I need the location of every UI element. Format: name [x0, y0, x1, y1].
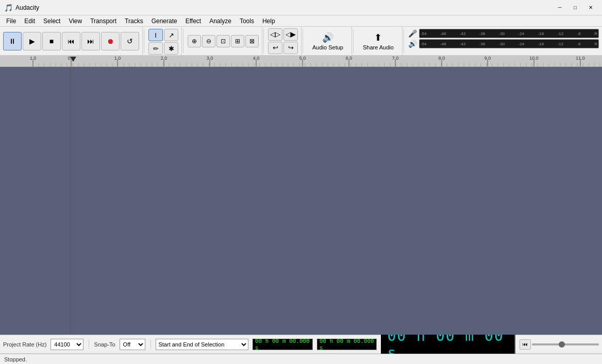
minimize-button[interactable]: ─ [553, 3, 567, 13]
vu-meter-section: 🎤 -54-48-42-36-30-24-18-12-6R 🔊 -54-48-4… [405, 27, 602, 55]
silence-button[interactable]: ◁▶ [283, 28, 298, 41]
bottom-sep-1 [89, 339, 89, 349]
playback-speed-slider[interactable] [532, 343, 599, 345]
audio-setup-section: 🔊 Audio Setup [304, 27, 352, 55]
time-display-2: 00 h 00 m 00.000 s [317, 339, 377, 350]
envelope-tool-button[interactable]: ↗ [164, 29, 178, 41]
menu-generate[interactable]: Generate [147, 16, 181, 26]
playhead-line [70, 67, 71, 335]
project-rate-select[interactable]: 44100 8000 11025 16000 22050 48000 88200… [51, 339, 83, 350]
svg-text:1.0: 1.0 [30, 56, 37, 61]
ruler-svg: 1.00.01.02.03.04.05.06.07.08.09.010.011.… [0, 56, 602, 66]
menu-tools[interactable]: Tools [236, 16, 258, 26]
window-controls: ─ □ ✕ [553, 3, 598, 13]
menu-effect[interactable]: Effect [181, 16, 205, 26]
menu-analyze[interactable]: Analyze [205, 16, 236, 26]
svg-text:2.0: 2.0 [161, 56, 168, 61]
tool-row-top: I ↗ [148, 29, 178, 41]
multi-tool-button[interactable]: ✱ [164, 42, 178, 55]
timeline-ruler[interactable]: 1.00.01.02.03.04.05.06.07.08.09.010.011.… [0, 56, 602, 67]
time-display-1: 00 h 00 m 00.000 s [253, 339, 313, 350]
view-controls: ⊕ ⊖ ⊡ ⊞ ⊠ [185, 27, 262, 55]
record-meter-row: 🎤 -54-48-42-36-30-24-18-12-6R [408, 29, 599, 38]
svg-text:4.0: 4.0 [253, 56, 260, 61]
redo-button[interactable]: ↪ [283, 42, 298, 54]
toolbar-area: ⏸ ▶ ■ ⏮ ⏭ ⏺ ↺ I ↗ ✏ ✱ ⊕ ⊖ ⊡ ⊞ ⊠ ◁▷ ◁▶ [0, 27, 602, 56]
record-meter-labels: -54-48-42-36-30-24-18-12-6R [420, 31, 598, 36]
selection-mode-select[interactable]: Start and End of Selection Start and Len… [156, 339, 248, 350]
bottom-area: Project Rate (Hz) 44100 8000 11025 16000… [0, 335, 602, 354]
audio-setup-icon: 🔊 [322, 32, 333, 43]
project-rate-label: Project Rate (Hz) [3, 341, 46, 348]
audio-setup-label: Audio Setup [312, 44, 343, 50]
trim-button[interactable]: ◁▷ [268, 28, 282, 41]
fit-proj-button[interactable]: ⊞ [231, 35, 244, 47]
zoom-out-button[interactable]: ⊖ [202, 35, 215, 47]
tool-controls: I ↗ ✏ ✱ [145, 27, 182, 55]
edit-row-top: ◁▷ ◁▶ [268, 28, 298, 41]
playback-speed-controls: ⏮ [520, 339, 599, 350]
share-audio-icon: ⬆ [374, 32, 382, 43]
play-meter-row: 🔊 -54-48-42-36-30-24-18-12-6R [408, 39, 599, 48]
edit-controls: ◁▷ ◁▶ ↩ ↪ [265, 27, 302, 55]
slider-track [532, 343, 599, 345]
playhead[interactable] [70, 57, 76, 62]
draw-tool-button[interactable]: ✏ [148, 42, 163, 55]
undo-button[interactable]: ↩ [268, 42, 282, 54]
record-meter-icon[interactable]: 🎤 [408, 29, 417, 38]
separator-1 [144, 29, 144, 53]
bottom-controls-row: Project Rate (Hz) 44100 8000 11025 16000… [0, 335, 602, 354]
separator-4 [303, 29, 303, 53]
snap-to-select[interactable]: Off Nearest Prior [120, 339, 145, 350]
record-button[interactable]: ⏺ [101, 32, 120, 50]
share-audio-label: Share Audio [363, 44, 394, 50]
play-meter-bar[interactable]: -54-48-42-36-30-24-18-12-6R [419, 39, 599, 48]
play-button[interactable]: ▶ [23, 32, 41, 50]
stop-button[interactable]: ■ [42, 32, 61, 50]
audio-setup-button[interactable]: 🔊 Audio Setup [308, 30, 347, 53]
menu-view[interactable]: View [64, 16, 86, 26]
selection-tool-button[interactable]: I [148, 29, 163, 41]
separator-6 [404, 29, 404, 53]
track-area[interactable] [0, 67, 602, 335]
skip-back-button[interactable]: ⏮ [62, 32, 80, 50]
svg-text:11.0: 11.0 [576, 56, 585, 61]
separator-3 [263, 29, 264, 53]
menu-edit[interactable]: Edit [20, 16, 39, 26]
svg-text:9.0: 9.0 [484, 56, 491, 61]
loop-button[interactable]: ↺ [121, 32, 139, 50]
svg-text:8.0: 8.0 [439, 56, 445, 61]
play-meter-icon[interactable]: 🔊 [408, 40, 417, 48]
svg-text:3.0: 3.0 [207, 56, 213, 61]
maximize-button[interactable]: □ [568, 3, 582, 13]
app-icon: 🎵 [4, 4, 12, 12]
pause-button[interactable]: ⏸ [3, 32, 22, 50]
play-meter-labels: -54-48-42-36-30-24-18-12-6R [420, 42, 598, 46]
menu-bar: File Edit Select View Transport Tracks G… [0, 15, 602, 27]
separator-5 [353, 29, 354, 53]
menu-select[interactable]: Select [39, 16, 64, 26]
share-audio-button[interactable]: ⬆ Share Audio [359, 30, 398, 53]
svg-text:5.0: 5.0 [299, 56, 306, 61]
menu-help[interactable]: Help [258, 16, 279, 26]
bottom-sep-2 [150, 339, 151, 349]
slider-thumb[interactable] [559, 341, 565, 348]
skip-forward-button[interactable]: ⏭ [81, 32, 100, 50]
tool-row-bottom: ✏ ✱ [148, 42, 178, 55]
zoom-toggle-button[interactable]: ⊠ [245, 35, 259, 47]
svg-text:1.0: 1.0 [114, 56, 121, 61]
transport-controls: ⏸ ▶ ■ ⏮ ⏭ ⏺ ↺ [0, 27, 143, 55]
playback-prev-button[interactable]: ⏮ [520, 339, 531, 350]
close-button[interactable]: ✕ [583, 3, 598, 13]
status-bar: Stopped. [0, 354, 602, 364]
menu-tracks[interactable]: Tracks [121, 16, 147, 26]
status-text: Stopped. [4, 356, 27, 362]
zoom-in-button[interactable]: ⊕ [188, 35, 201, 47]
snap-to-label: Snap-To [94, 341, 115, 348]
svg-text:7.0: 7.0 [392, 56, 399, 61]
title-bar: 🎵 Audacity ─ □ ✕ [0, 0, 602, 15]
zoom-sel-button[interactable]: ⊡ [216, 35, 230, 47]
menu-transport[interactable]: Transport [86, 16, 121, 26]
record-meter-bar[interactable]: -54-48-42-36-30-24-18-12-6R [419, 29, 599, 38]
menu-file[interactable]: File [2, 16, 20, 26]
